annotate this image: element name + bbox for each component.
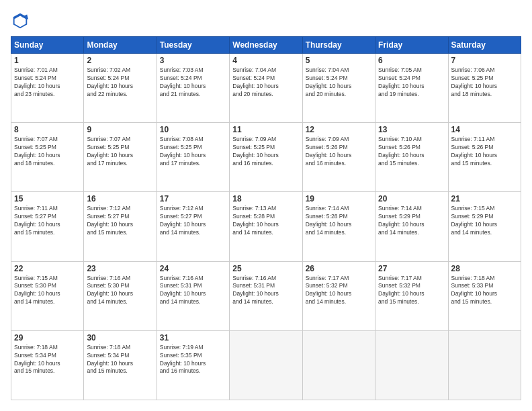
calendar-cell <box>230 330 302 400</box>
calendar-cell: 30Sunrise: 7:18 AM Sunset: 5:34 PM Dayli… <box>84 330 157 400</box>
day-info: Sunrise: 7:11 AM Sunset: 5:27 PM Dayligh… <box>14 205 81 237</box>
calendar-cell: 11Sunrise: 7:09 AM Sunset: 5:25 PM Dayli… <box>230 123 302 192</box>
calendar-week-4: 22Sunrise: 7:15 AM Sunset: 5:30 PM Dayli… <box>11 261 521 330</box>
day-number: 21 <box>451 194 518 203</box>
calendar-cell: 15Sunrise: 7:11 AM Sunset: 5:27 PM Dayli… <box>11 192 84 261</box>
day-number: 12 <box>306 125 372 134</box>
header <box>11 11 521 30</box>
logo <box>11 11 32 30</box>
calendar-header-row: SundayMondayTuesdayWednesdayThursdayFrid… <box>11 37 521 54</box>
day-number: 17 <box>160 194 226 203</box>
calendar-cell: 1Sunrise: 7:01 AM Sunset: 5:24 PM Daylig… <box>11 54 84 123</box>
day-number: 20 <box>378 194 445 203</box>
calendar-header-sunday: Sunday <box>11 37 84 54</box>
day-info: Sunrise: 7:07 AM Sunset: 5:25 PM Dayligh… <box>87 136 153 168</box>
day-info: Sunrise: 7:08 AM Sunset: 5:25 PM Dayligh… <box>160 136 226 168</box>
day-number: 30 <box>87 333 153 342</box>
day-info: Sunrise: 7:16 AM Sunset: 5:30 PM Dayligh… <box>87 275 153 307</box>
day-info: Sunrise: 7:16 AM Sunset: 5:31 PM Dayligh… <box>232 275 299 307</box>
day-number: 25 <box>232 264 299 273</box>
day-info: Sunrise: 7:11 AM Sunset: 5:26 PM Dayligh… <box>451 136 518 168</box>
day-number: 2 <box>87 56 153 65</box>
day-info: Sunrise: 7:01 AM Sunset: 5:24 PM Dayligh… <box>14 66 81 99</box>
calendar-cell: 26Sunrise: 7:17 AM Sunset: 5:32 PM Dayli… <box>302 261 375 330</box>
day-info: Sunrise: 7:17 AM Sunset: 5:32 PM Dayligh… <box>306 275 372 307</box>
day-info: Sunrise: 7:10 AM Sunset: 5:26 PM Dayligh… <box>378 136 445 168</box>
calendar-week-5: 29Sunrise: 7:18 AM Sunset: 5:34 PM Dayli… <box>11 330 521 400</box>
day-number: 23 <box>87 264 153 273</box>
calendar-table: SundayMondayTuesdayWednesdayThursdayFrid… <box>11 36 521 400</box>
day-number: 4 <box>232 56 299 65</box>
day-number: 14 <box>451 125 518 134</box>
page: SundayMondayTuesdayWednesdayThursdayFrid… <box>0 0 532 411</box>
day-info: Sunrise: 7:17 AM Sunset: 5:32 PM Dayligh… <box>378 275 445 307</box>
logo-icon <box>11 11 30 30</box>
day-info: Sunrise: 7:14 AM Sunset: 5:29 PM Dayligh… <box>378 205 445 237</box>
calendar-cell: 23Sunrise: 7:16 AM Sunset: 5:30 PM Dayli… <box>84 261 157 330</box>
day-number: 15 <box>14 194 81 203</box>
day-number: 5 <box>306 56 372 65</box>
day-info: Sunrise: 7:06 AM Sunset: 5:25 PM Dayligh… <box>451 66 518 99</box>
calendar-week-3: 15Sunrise: 7:11 AM Sunset: 5:27 PM Dayli… <box>11 192 521 261</box>
day-number: 18 <box>232 194 299 203</box>
day-info: Sunrise: 7:16 AM Sunset: 5:31 PM Dayligh… <box>160 275 226 307</box>
day-number: 10 <box>160 125 226 134</box>
day-number: 9 <box>87 125 153 134</box>
day-info: Sunrise: 7:09 AM Sunset: 5:26 PM Dayligh… <box>306 136 372 168</box>
calendar-cell: 18Sunrise: 7:13 AM Sunset: 5:28 PM Dayli… <box>230 192 302 261</box>
day-number: 31 <box>160 333 226 342</box>
calendar-cell: 22Sunrise: 7:15 AM Sunset: 5:30 PM Dayli… <box>11 261 84 330</box>
day-number: 7 <box>451 56 518 65</box>
day-number: 29 <box>14 333 81 342</box>
day-number: 6 <box>378 56 445 65</box>
calendar-cell: 10Sunrise: 7:08 AM Sunset: 5:25 PM Dayli… <box>157 123 229 192</box>
day-info: Sunrise: 7:09 AM Sunset: 5:25 PM Dayligh… <box>232 136 299 168</box>
calendar-header-saturday: Saturday <box>448 37 521 54</box>
day-number: 13 <box>378 125 445 134</box>
calendar-header-friday: Friday <box>375 37 448 54</box>
calendar-cell: 4Sunrise: 7:04 AM Sunset: 5:24 PM Daylig… <box>230 54 302 123</box>
day-info: Sunrise: 7:12 AM Sunset: 5:27 PM Dayligh… <box>87 205 153 237</box>
calendar-cell: 2Sunrise: 7:02 AM Sunset: 5:24 PM Daylig… <box>84 54 157 123</box>
day-info: Sunrise: 7:19 AM Sunset: 5:35 PM Dayligh… <box>160 344 226 376</box>
calendar-cell: 21Sunrise: 7:15 AM Sunset: 5:29 PM Dayli… <box>448 192 521 261</box>
calendar-cell: 14Sunrise: 7:11 AM Sunset: 5:26 PM Dayli… <box>448 123 521 192</box>
day-info: Sunrise: 7:04 AM Sunset: 5:24 PM Dayligh… <box>232 66 299 99</box>
day-info: Sunrise: 7:02 AM Sunset: 5:24 PM Dayligh… <box>87 66 153 99</box>
calendar-header-wednesday: Wednesday <box>230 37 302 54</box>
day-info: Sunrise: 7:18 AM Sunset: 5:34 PM Dayligh… <box>87 344 153 376</box>
calendar-cell: 20Sunrise: 7:14 AM Sunset: 5:29 PM Dayli… <box>375 192 448 261</box>
day-number: 1 <box>14 56 81 65</box>
calendar-week-1: 1Sunrise: 7:01 AM Sunset: 5:24 PM Daylig… <box>11 54 521 123</box>
day-info: Sunrise: 7:07 AM Sunset: 5:25 PM Dayligh… <box>14 136 81 168</box>
calendar-cell <box>302 330 375 400</box>
calendar-cell: 27Sunrise: 7:17 AM Sunset: 5:32 PM Dayli… <box>375 261 448 330</box>
calendar-cell: 16Sunrise: 7:12 AM Sunset: 5:27 PM Dayli… <box>84 192 157 261</box>
day-number: 22 <box>14 264 81 273</box>
day-info: Sunrise: 7:18 AM Sunset: 5:34 PM Dayligh… <box>14 344 81 376</box>
day-info: Sunrise: 7:15 AM Sunset: 5:29 PM Dayligh… <box>451 205 518 237</box>
day-info: Sunrise: 7:18 AM Sunset: 5:33 PM Dayligh… <box>451 275 518 307</box>
day-number: 3 <box>160 56 226 65</box>
calendar-header-tuesday: Tuesday <box>157 37 229 54</box>
calendar-cell: 25Sunrise: 7:16 AM Sunset: 5:31 PM Dayli… <box>230 261 302 330</box>
calendar-cell: 19Sunrise: 7:14 AM Sunset: 5:28 PM Dayli… <box>302 192 375 261</box>
calendar-cell: 28Sunrise: 7:18 AM Sunset: 5:33 PM Dayli… <box>448 261 521 330</box>
calendar-cell: 31Sunrise: 7:19 AM Sunset: 5:35 PM Dayli… <box>157 330 229 400</box>
calendar-cell: 13Sunrise: 7:10 AM Sunset: 5:26 PM Dayli… <box>375 123 448 192</box>
calendar-header-thursday: Thursday <box>302 37 375 54</box>
calendar-cell: 5Sunrise: 7:04 AM Sunset: 5:24 PM Daylig… <box>302 54 375 123</box>
day-info: Sunrise: 7:03 AM Sunset: 5:24 PM Dayligh… <box>160 66 226 99</box>
calendar-cell: 29Sunrise: 7:18 AM Sunset: 5:34 PM Dayli… <box>11 330 84 400</box>
calendar-cell: 3Sunrise: 7:03 AM Sunset: 5:24 PM Daylig… <box>157 54 229 123</box>
calendar-cell <box>375 330 448 400</box>
calendar-cell: 6Sunrise: 7:05 AM Sunset: 5:24 PM Daylig… <box>375 54 448 123</box>
calendar-cell: 9Sunrise: 7:07 AM Sunset: 5:25 PM Daylig… <box>84 123 157 192</box>
day-info: Sunrise: 7:05 AM Sunset: 5:24 PM Dayligh… <box>378 66 445 99</box>
day-number: 16 <box>87 194 153 203</box>
day-number: 11 <box>232 125 299 134</box>
day-number: 28 <box>451 264 518 273</box>
day-info: Sunrise: 7:14 AM Sunset: 5:28 PM Dayligh… <box>306 205 372 237</box>
day-number: 19 <box>306 194 372 203</box>
calendar-cell: 8Sunrise: 7:07 AM Sunset: 5:25 PM Daylig… <box>11 123 84 192</box>
